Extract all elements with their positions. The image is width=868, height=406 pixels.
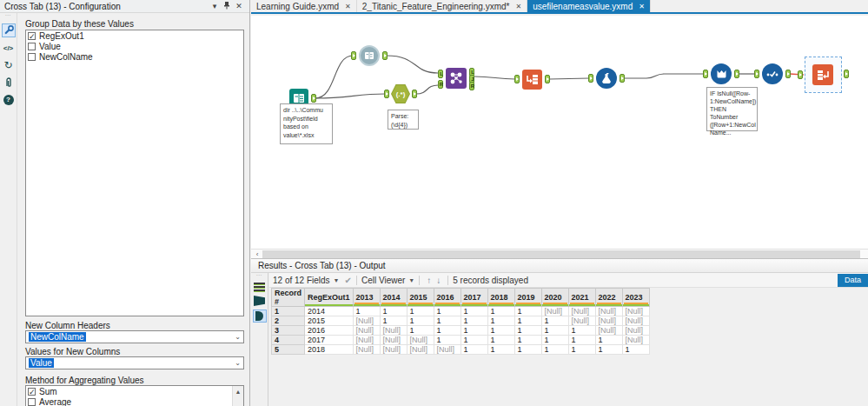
table-cell[interactable]: [Null] bbox=[407, 345, 434, 355]
input-anchor[interactable] bbox=[798, 70, 803, 79]
table-cell[interactable]: [Null] bbox=[622, 326, 649, 336]
join-input-left-anchor[interactable]: L bbox=[438, 70, 443, 78]
table-cell[interactable]: 3 bbox=[272, 326, 305, 336]
formula-tool[interactable] bbox=[596, 68, 617, 89]
table-cell[interactable]: 1 bbox=[487, 307, 514, 316]
new-column-headers-dropdown[interactable]: NewColName ⌄ bbox=[25, 330, 244, 343]
output-anchor[interactable] bbox=[311, 94, 316, 103]
checkbox[interactable]: ✓ bbox=[28, 388, 36, 396]
table-cell[interactable]: 4 bbox=[272, 336, 305, 345]
table-cell[interactable]: 1 bbox=[541, 336, 568, 345]
column-header[interactable]: 2019 bbox=[514, 289, 541, 307]
regex-tool[interactable]: (.*) bbox=[391, 84, 410, 103]
table-cell[interactable]: 1 bbox=[380, 316, 407, 326]
checkbox-item[interactable]: Value bbox=[26, 41, 243, 51]
attachment-tab-icon[interactable] bbox=[2, 76, 16, 90]
checkbox[interactable] bbox=[28, 398, 36, 406]
checkbox-item[interactable]: Average bbox=[26, 396, 243, 406]
table-cell[interactable]: [Null] bbox=[622, 336, 649, 345]
table-cell[interactable]: 1 bbox=[487, 316, 514, 326]
workflow-tab-icon[interactable]: ↻ bbox=[2, 58, 16, 72]
table-cell[interactable]: 1 bbox=[434, 326, 461, 336]
output-anchor-selected[interactable] bbox=[253, 309, 267, 323]
table-cell[interactable]: 1 bbox=[461, 326, 487, 336]
table-cell[interactable]: 1 bbox=[514, 326, 541, 336]
output-anchor[interactable] bbox=[620, 74, 625, 83]
table-cell[interactable]: 1 bbox=[622, 345, 649, 355]
table-cell[interactable]: 1 bbox=[568, 326, 595, 336]
table-cell[interactable]: 1 bbox=[487, 336, 514, 345]
tab-close-icon[interactable]: ✕ bbox=[639, 3, 645, 10]
output-anchor[interactable] bbox=[412, 90, 417, 98]
aggregation-scrollbar[interactable]: ▲ bbox=[232, 386, 243, 406]
cell-viewer-dropdown[interactable]: Cell Viewer bbox=[361, 276, 405, 285]
table-cell[interactable]: [Null] bbox=[434, 345, 461, 355]
column-header[interactable]: 2022 bbox=[595, 289, 622, 307]
table-cell[interactable]: 1 bbox=[514, 307, 541, 316]
table-cell[interactable]: 1 bbox=[434, 336, 461, 345]
table-cell[interactable]: [Null] bbox=[407, 336, 434, 345]
group-data-listbox[interactable]: ✓RegExOut1ValueNewColName bbox=[25, 30, 244, 316]
table-cell[interactable]: 1 bbox=[380, 307, 407, 316]
table-cell[interactable]: 1 bbox=[514, 345, 541, 355]
table-cell[interactable]: 1 bbox=[568, 345, 595, 355]
table-cell[interactable]: 1 bbox=[541, 316, 568, 326]
checkbox-item[interactable]: ✓RegExOut1 bbox=[26, 30, 243, 41]
input-anchor-icon[interactable] bbox=[254, 296, 265, 306]
arrow-down-icon[interactable]: ↓ bbox=[436, 276, 441, 285]
input-anchor[interactable] bbox=[514, 75, 520, 83]
column-header[interactable]: 2020 bbox=[541, 289, 568, 307]
table-cell[interactable]: [Null] bbox=[353, 336, 380, 345]
table-cell[interactable]: [Null] bbox=[595, 316, 622, 326]
table-cell[interactable]: 2017 bbox=[305, 336, 354, 345]
checkbox-item[interactable]: ✓Sum bbox=[26, 386, 243, 396]
table-cell[interactable]: 1 bbox=[461, 316, 487, 326]
table-cell[interactable]: 1 bbox=[461, 345, 487, 355]
table-cell[interactable]: [Null] bbox=[595, 307, 622, 316]
checkbox[interactable]: ✓ bbox=[28, 32, 36, 40]
table-cell[interactable]: [Null] bbox=[380, 336, 407, 345]
table-cell[interactable]: 2014 bbox=[305, 307, 354, 316]
column-header[interactable]: 2021 bbox=[568, 289, 595, 307]
document-tab[interactable]: Learning Guide.yxmd✕ bbox=[251, 0, 357, 12]
checkbox[interactable] bbox=[28, 43, 36, 50]
scroll-up-icon[interactable]: ▲ bbox=[233, 386, 243, 397]
table-cell[interactable]: 1 bbox=[595, 336, 622, 345]
scrollbar-thumb[interactable] bbox=[262, 250, 860, 258]
help-tab-icon[interactable]: ? bbox=[2, 93, 16, 107]
workflow-canvas[interactable]: dir ..\..\Commu nityPost\field based on … bbox=[251, 16, 868, 249]
chevron-down-icon[interactable]: ▼ bbox=[408, 277, 414, 283]
column-header[interactable]: 2015 bbox=[407, 289, 434, 307]
table-cell[interactable]: 1 bbox=[514, 336, 541, 345]
arrow-up-icon[interactable]: ↑ bbox=[427, 276, 431, 285]
table-cell[interactable]: [Null] bbox=[380, 326, 407, 336]
table-cell[interactable]: [Null] bbox=[595, 326, 622, 336]
column-header[interactable]: 2014 bbox=[380, 289, 407, 307]
input-anchor[interactable] bbox=[754, 70, 759, 78]
chevron-down-icon[interactable]: ▼ bbox=[334, 277, 340, 283]
pin-icon[interactable] bbox=[221, 1, 233, 11]
fields-summary[interactable]: 12 of 12 Fields bbox=[273, 276, 330, 285]
checkbox-item[interactable]: NewColName bbox=[26, 51, 243, 62]
select-tool[interactable] bbox=[762, 63, 783, 84]
table-cell[interactable]: 1 bbox=[407, 307, 434, 316]
table-cell[interactable]: 1 bbox=[541, 326, 568, 336]
tab-close-icon[interactable]: ✕ bbox=[345, 3, 351, 10]
output-anchor[interactable] bbox=[545, 75, 550, 83]
column-header[interactable]: 2016 bbox=[434, 289, 461, 307]
table-cell[interactable]: [Null] bbox=[568, 307, 595, 316]
table-cell[interactable]: [Null] bbox=[380, 345, 407, 355]
table-cell[interactable]: 1 bbox=[434, 307, 461, 316]
table-cell[interactable]: 1 bbox=[461, 336, 487, 345]
join-output-right-anchor[interactable]: R bbox=[469, 82, 474, 90]
multi-row-formula-tool[interactable] bbox=[711, 63, 732, 84]
table-cell[interactable]: 2018 bbox=[305, 345, 354, 355]
column-header[interactable]: 2018 bbox=[487, 289, 514, 307]
aggregation-listbox[interactable]: ▲ ✓SumAverageCount (without Nulls) bbox=[25, 385, 244, 406]
table-cell[interactable]: 2015 bbox=[305, 316, 354, 326]
table-cell[interactable]: 2 bbox=[272, 316, 305, 326]
table-cell[interactable]: [Null] bbox=[622, 316, 649, 326]
table-cell[interactable]: [Null] bbox=[353, 316, 380, 326]
transpose-tool[interactable] bbox=[522, 70, 542, 90]
input-anchor[interactable] bbox=[703, 70, 708, 78]
